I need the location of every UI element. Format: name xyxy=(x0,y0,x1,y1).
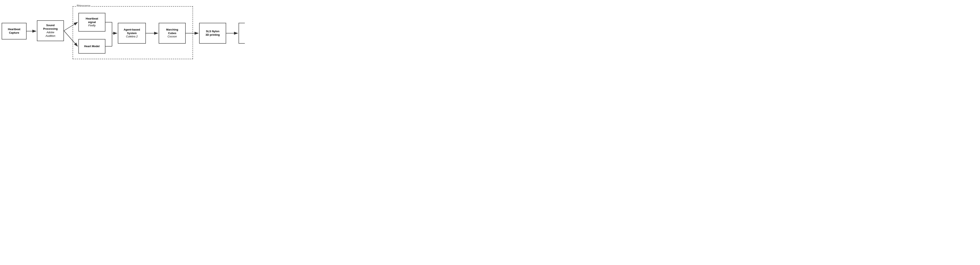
heartbeat-signal-label: Heartbeatsignal Firefly xyxy=(86,17,98,28)
heartbeat-capture-box: HeartbeatCapture xyxy=(2,23,27,40)
sound-processing-box: SoundProcessing AdobeAudition xyxy=(37,20,64,41)
agent-based-box: Agent-basedSystem Culebra 2 xyxy=(118,23,146,44)
led-assembly-box: LEDassembly xyxy=(239,23,245,44)
heart-model-box: Heart Model xyxy=(78,39,105,54)
sls-nylon-label: SLS Nylon3D printing xyxy=(205,30,220,37)
sls-nylon-box: SLS Nylon3D printing xyxy=(199,23,226,44)
rhinoceros-label: Rhinoceros xyxy=(76,4,91,7)
marching-cubes-label: MarchingCubes Cocoon xyxy=(166,28,178,38)
heartbeat-capture-label: HeartbeatCapture xyxy=(8,28,20,35)
heartbeat-signal-box: Heartbeatsignal Firefly xyxy=(78,13,105,32)
sound-processing-label: SoundProcessing AdobeAudition xyxy=(43,24,58,38)
marching-cubes-box: MarchingCubes Cocoon xyxy=(159,23,186,44)
agent-based-label: Agent-basedSystem Culebra 2 xyxy=(124,28,140,38)
workflow-diagram: Rhinoceros HeartbeatCapture SoundProcess… xyxy=(0,0,245,66)
heart-model-label: Heart Model xyxy=(84,45,100,48)
